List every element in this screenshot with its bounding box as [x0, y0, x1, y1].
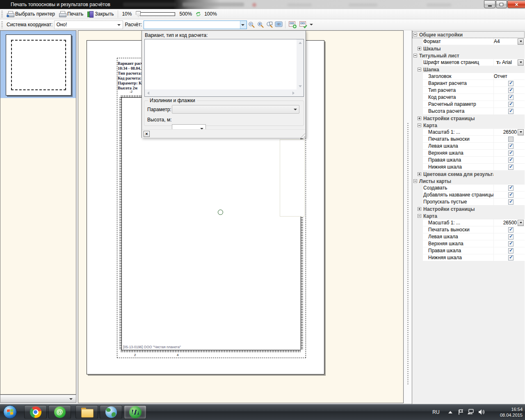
property-value[interactable]: 26500: [493, 129, 525, 135]
property-row[interactable]: Тип расчета: [412, 87, 525, 94]
zoom-slider-track[interactable]: [140, 12, 175, 16]
property-value[interactable]: Отчет: [493, 73, 525, 80]
property-value[interactable]: [493, 80, 525, 87]
property-row[interactable]: Создавать: [412, 185, 525, 192]
restore-button[interactable]: [496, 0, 507, 8]
close-button[interactable]: ×: [507, 0, 525, 8]
property-category-row[interactable]: Настройки страницы: [412, 115, 525, 122]
dropdown-button[interactable]: [518, 59, 524, 66]
collapse-icon[interactable]: [418, 214, 421, 218]
expand-icon[interactable]: [418, 47, 421, 50]
checkbox-checked[interactable]: [508, 158, 514, 163]
collapse-icon[interactable]: [418, 68, 421, 71]
property-category-row[interactable]: Цветовая схема для результатов расчет: [412, 171, 525, 178]
property-value[interactable]: [493, 157, 525, 163]
property-row[interactable]: Нижняя шкала: [412, 254, 525, 261]
checkbox-checked[interactable]: [508, 192, 514, 198]
zoom-slider[interactable]: [136, 11, 175, 17]
language-indicator[interactable]: RU: [431, 404, 441, 420]
property-row[interactable]: Правая шкала: [412, 247, 525, 254]
property-row[interactable]: Печатать выноски: [412, 136, 525, 143]
zoom-page-icon[interactable]: [265, 20, 274, 29]
minimize-button[interactable]: [484, 0, 495, 8]
scroll-left-button[interactable]: [145, 89, 151, 96]
expand-icon[interactable]: [418, 116, 421, 120]
checkbox-checked[interactable]: [508, 185, 514, 191]
property-row[interactable]: Верхняя шкала: [412, 150, 525, 157]
panel-splitter[interactable]: [404, 30, 412, 403]
property-value[interactable]: [493, 101, 525, 107]
property-category-row[interactable]: Общие настройки: [412, 31, 525, 38]
print-button[interactable]: Печать: [57, 10, 85, 18]
taskbar-explorer-button[interactable]: [75, 405, 98, 419]
checkbox-checked[interactable]: [508, 234, 514, 240]
expand-icon[interactable]: [418, 207, 421, 211]
collapse-icon[interactable]: [413, 33, 417, 37]
property-value[interactable]: [493, 233, 525, 240]
scroll-up-button[interactable]: [297, 39, 304, 46]
dropdown-button[interactable]: [518, 39, 524, 45]
calc-dropdown-button[interactable]: [240, 21, 247, 29]
close-preview-button[interactable]: Закрыть: [85, 10, 116, 18]
property-row[interactable]: Масштаб 1: ...26500: [412, 129, 525, 136]
popup-close-button[interactable]: ×: [144, 131, 150, 137]
zoom-out-icon[interactable]: [247, 20, 256, 29]
horizontal-scrollbar[interactable]: [145, 89, 297, 96]
more-options-chevron-icon[interactable]: [310, 24, 313, 25]
checkbox-checked[interactable]: [508, 241, 514, 247]
collapse-icon[interactable]: [418, 123, 421, 127]
select-printer-button[interactable]: Выбрать принтер: [5, 10, 57, 18]
checkbox-checked[interactable]: [508, 81, 514, 86]
property-value[interactable]: [493, 192, 525, 198]
collapse-icon[interactable]: [413, 179, 417, 183]
param-combobox[interactable]: [172, 105, 299, 114]
property-value[interactable]: [493, 240, 525, 247]
property-value[interactable]: [493, 87, 525, 94]
checkbox-checked[interactable]: [508, 227, 514, 233]
property-value[interactable]: Arial: [493, 59, 525, 66]
property-row[interactable]: Добавлять название страницы: [412, 192, 525, 199]
hidden-icons-button[interactable]: [446, 404, 454, 420]
checkbox-checked[interactable]: [508, 151, 514, 156]
expand-icon[interactable]: [418, 172, 421, 176]
property-row[interactable]: ФорматA4: [412, 38, 525, 45]
property-row[interactable]: ЗаголовокОтчет: [412, 73, 525, 80]
property-row[interactable]: Печатать выноски: [412, 226, 525, 233]
property-category-row[interactable]: Титульный лист: [412, 52, 525, 59]
thumbnail-page-selector[interactable]: [0, 395, 76, 403]
property-value[interactable]: [493, 185, 525, 191]
action-center-icon[interactable]: [456, 404, 465, 420]
property-value[interactable]: [493, 247, 525, 254]
property-row[interactable]: Пропускать пустые: [412, 199, 525, 205]
property-row[interactable]: Нижняя шкала: [412, 164, 525, 171]
checkbox-checked[interactable]: [508, 144, 514, 149]
apply-calc-icon[interactable]: [298, 20, 309, 29]
property-value[interactable]: [493, 164, 525, 170]
property-value[interactable]: [493, 226, 525, 233]
property-row[interactable]: Шрифт макетов страницArial: [412, 59, 525, 66]
vertical-scrollbar[interactable]: [297, 39, 304, 89]
property-value[interactable]: [493, 108, 525, 114]
clock[interactable]: 16:54 08.04.2015: [488, 404, 523, 420]
property-row[interactable]: Код расчета: [412, 94, 525, 101]
property-row[interactable]: Левая шкала: [412, 233, 525, 240]
network-icon[interactable]: [466, 404, 476, 420]
property-category-row[interactable]: Карта: [412, 122, 525, 129]
start-button[interactable]: [3, 405, 17, 419]
property-value[interactable]: [493, 150, 525, 156]
resize-grip-icon[interactable]: [300, 132, 305, 137]
taskbar-chrome-button[interactable]: [24, 405, 47, 419]
zoom-slider-thumb[interactable]: [136, 11, 141, 17]
property-row[interactable]: Левая шкала: [412, 143, 525, 150]
checkbox-checked[interactable]: [508, 255, 514, 260]
splitter-grip-icon[interactable]: [407, 123, 409, 386]
property-row[interactable]: Расчетный параметр: [412, 101, 525, 108]
zoom-in-icon[interactable]: [256, 20, 265, 29]
collapse-icon[interactable]: [413, 54, 417, 57]
volume-icon[interactable]: [477, 404, 486, 420]
refresh-zoom-icon[interactable]: [194, 9, 203, 18]
checkbox-checked[interactable]: [508, 88, 514, 93]
checkbox-checked[interactable]: [508, 199, 514, 205]
scroll-right-button[interactable]: [290, 89, 297, 96]
property-value[interactable]: [493, 136, 525, 142]
